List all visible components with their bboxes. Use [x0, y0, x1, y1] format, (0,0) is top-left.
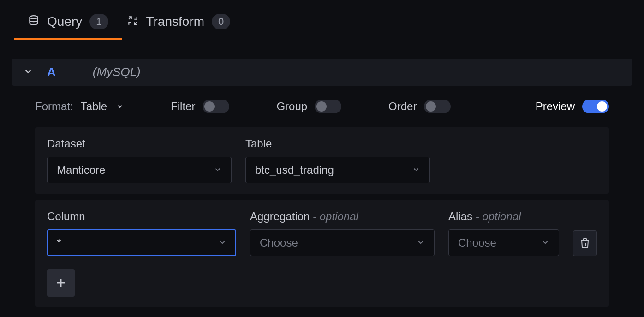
- chevron-down-icon: [412, 164, 420, 176]
- order-toggle-group: Order: [388, 100, 451, 113]
- controls-row: Format: Table Filter Group Order Preview: [12, 86, 632, 127]
- tab-query[interactable]: Query 1: [28, 14, 108, 40]
- table-value: btc_usd_trading: [255, 164, 334, 176]
- chevron-down-icon: [214, 164, 222, 176]
- group-toggle[interactable]: [315, 100, 341, 113]
- filter-toggle-group: Filter: [171, 100, 229, 113]
- preview-toggle[interactable]: [582, 100, 609, 113]
- preview-toggle-group: Preview: [536, 100, 609, 113]
- filter-toggle[interactable]: [203, 100, 229, 113]
- main-content: A (MySQL) Format: Table Filter Group Ord…: [0, 40, 644, 307]
- group-label: Group: [276, 100, 307, 113]
- format-value-text: Table: [81, 100, 107, 113]
- query-header[interactable]: A (MySQL): [12, 59, 632, 86]
- plus-icon: [54, 276, 67, 289]
- column-value: *: [57, 236, 61, 249]
- delete-row-button[interactable]: [573, 230, 597, 256]
- chevron-down-icon: [541, 236, 549, 249]
- aggregation-select[interactable]: Choose: [250, 229, 435, 256]
- alias-select[interactable]: Choose: [448, 229, 559, 256]
- trash-icon: [579, 238, 590, 249]
- filter-label: Filter: [171, 100, 195, 113]
- column-select[interactable]: *: [47, 229, 236, 256]
- format-label: Format:: [35, 100, 73, 113]
- alias-label: Alias - optional: [448, 210, 559, 223]
- table-select[interactable]: btc_usd_trading: [245, 157, 430, 183]
- chevron-down-icon: [218, 236, 227, 249]
- dataset-label: Dataset: [47, 137, 232, 150]
- database-icon: [28, 15, 40, 29]
- format-select[interactable]: Table: [81, 100, 124, 113]
- chevron-down-icon[interactable]: [23, 66, 33, 78]
- tab-transform-badge: 0: [212, 14, 230, 29]
- table-label: Table: [245, 137, 430, 150]
- add-column-button[interactable]: [47, 269, 75, 297]
- svg-point-0: [30, 16, 37, 19]
- alias-value: Choose: [458, 236, 496, 249]
- tab-transform[interactable]: Transform 0: [127, 14, 231, 40]
- preview-label: Preview: [536, 100, 575, 113]
- order-toggle[interactable]: [424, 100, 451, 113]
- dataset-section: Dataset Manticore Table btc_usd_trading: [35, 127, 609, 194]
- column-section: Column * Aggregation - optional Choose: [35, 200, 609, 307]
- transform-icon: [127, 15, 139, 29]
- aggregation-value: Choose: [260, 236, 298, 249]
- tabs-bar: Query 1 Transform 0: [0, 0, 644, 40]
- dataset-select[interactable]: Manticore: [47, 157, 232, 183]
- query-letter: A: [47, 65, 56, 79]
- chevron-down-icon: [417, 236, 425, 249]
- tab-transform-label: Transform: [146, 14, 205, 29]
- tab-query-label: Query: [47, 14, 82, 29]
- column-label: Column: [47, 210, 236, 223]
- dataset-value: Manticore: [57, 164, 105, 176]
- query-type: (MySQL): [93, 65, 141, 79]
- order-label: Order: [388, 100, 417, 113]
- aggregation-label: Aggregation - optional: [250, 210, 435, 223]
- group-toggle-group: Group: [276, 100, 341, 113]
- chevron-down-icon: [116, 100, 124, 113]
- tab-query-badge: 1: [89, 14, 108, 29]
